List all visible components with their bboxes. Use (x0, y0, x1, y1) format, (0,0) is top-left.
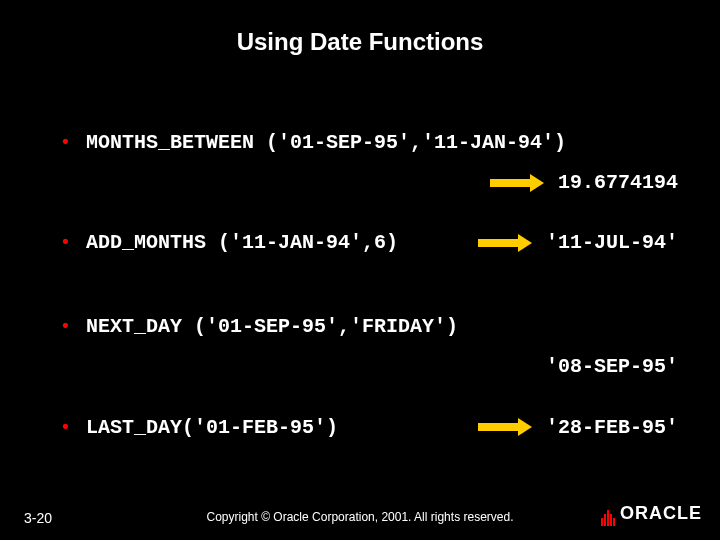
fn-row: • NEXT_DAY ('01-SEP-95','FRIDAY') (60, 314, 680, 340)
fn-result-inline: '11-JUL-94' (478, 230, 678, 256)
bullet-icon: • (60, 232, 71, 255)
slide-title: Using Date Functions (0, 28, 720, 56)
fn-result: '11-JUL-94' (546, 232, 678, 255)
fn-result-row: '08-SEP-95' (60, 354, 680, 380)
fn-row: • LAST_DAY('01-FEB-95') '28-FEB-95' (60, 415, 680, 441)
fn-call: NEXT_DAY ('01-SEP-95','FRIDAY') (60, 314, 458, 340)
fn-call: MONTHS_BETWEEN ('01-SEP-95','11-JAN-94') (60, 130, 566, 156)
slide-body: • MONTHS_BETWEEN ('01-SEP-95','11-JAN-94… (60, 130, 680, 455)
fn-row: • ADD_MONTHS ('11-JAN-94',6) '11-JUL-94' (60, 230, 680, 256)
fn-result-row: 19.6774194 (60, 170, 680, 196)
fn-call: ADD_MONTHS ('11-JAN-94',6) (60, 230, 398, 256)
bullet-icon: • (60, 417, 71, 440)
fn-row: • MONTHS_BETWEEN ('01-SEP-95','11-JAN-94… (60, 130, 680, 156)
fn-result: '28-FEB-95' (546, 416, 678, 439)
bullet-icon: • (60, 132, 71, 155)
footer: 3-20 Copyright © Oracle Corporation, 200… (0, 502, 720, 526)
oracle-logo-text: ORACLE (620, 503, 702, 523)
fn-result-inline: '28-FEB-95' (478, 415, 678, 441)
fn-result: '08-SEP-95' (546, 356, 678, 379)
arrow-icon (478, 415, 532, 441)
oracle-logo: ORACLE (601, 503, 702, 526)
arrow-icon (478, 230, 532, 256)
fn-call: LAST_DAY('01-FEB-95') (60, 415, 338, 441)
bullet-icon: • (60, 316, 71, 339)
arrow-icon (490, 170, 544, 196)
oracle-logo-icon (601, 505, 616, 526)
fn-result: 19.6774194 (558, 171, 678, 194)
